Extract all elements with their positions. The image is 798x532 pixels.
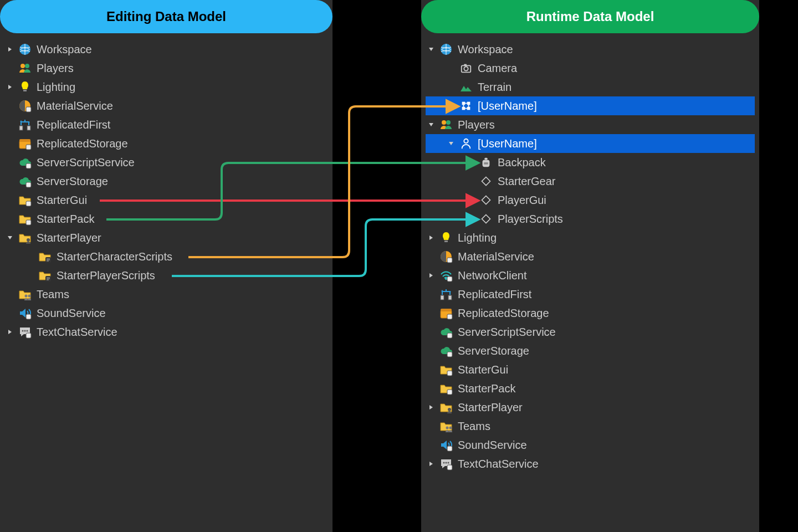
right-row-networkclient[interactable]: NetworkClient	[426, 266, 755, 285]
left-row-lighting[interactable]: Lighting	[4, 78, 328, 96]
svg-rect-38	[484, 162, 488, 165]
right-row-startergear[interactable]: StarterGear	[426, 172, 755, 191]
tree-item-label: SoundService	[458, 439, 527, 452]
tree-item-label: Teams	[37, 288, 69, 301]
folderscript-icon	[38, 268, 52, 283]
repfirst-icon	[439, 287, 453, 301]
tree-item-label: StarterGear	[498, 175, 555, 188]
left-row-serverscriptservice[interactable]: ServerScriptService	[4, 153, 328, 172]
folder-icon	[18, 212, 32, 226]
right-row-serverscriptservice[interactable]: ServerScriptService	[426, 323, 755, 341]
svg-rect-6	[19, 126, 23, 130]
expander-icon[interactable]	[426, 122, 437, 127]
tree-item-label: StarterPlayerScripts	[57, 269, 155, 282]
tree-item-label: StarterPlayer	[458, 401, 523, 414]
svg-rect-60	[447, 465, 452, 470]
folder-icon	[439, 362, 453, 377]
right-row-teams[interactable]: Teams	[426, 417, 755, 436]
right-row-replicatedstorage[interactable]: ReplicatedStorage	[426, 304, 755, 323]
svg-rect-5	[26, 107, 31, 112]
diamond-icon	[479, 174, 493, 188]
svg-rect-13	[26, 201, 31, 206]
left-row-textchatservice[interactable]: TextChatService	[4, 323, 328, 341]
right-row-playerscripts[interactable]: PlayerScripts	[426, 209, 755, 228]
diamond-icon	[479, 212, 493, 226]
expander-icon[interactable]	[426, 235, 437, 241]
tree-item-label: Lighting	[37, 81, 75, 94]
svg-rect-47	[441, 309, 452, 311]
lighting-icon	[18, 80, 32, 94]
terrain-icon	[459, 80, 473, 94]
right-row-startergui[interactable]: StarterGui	[426, 360, 755, 379]
teams-icon	[439, 419, 453, 433]
repfirst-icon	[18, 117, 32, 132]
expander-icon[interactable]	[4, 47, 16, 52]
sound-icon	[439, 438, 453, 452]
right-row-workspace[interactable]: Workspace	[426, 40, 755, 59]
tree-item-label: SoundService	[37, 307, 106, 320]
tree-item-label: ReplicatedStorage	[458, 307, 549, 320]
cloudgreen-icon	[18, 174, 32, 188]
svg-rect-28	[464, 64, 467, 66]
tree-item-label: Workspace	[458, 43, 513, 56]
right-row-textchatservice[interactable]: TextChatService	[426, 454, 755, 473]
tree-item-label: StarterPack	[458, 382, 515, 395]
svg-rect-51	[447, 371, 452, 376]
left-row-serverstorage[interactable]: ServerStorage	[4, 172, 328, 191]
svg-rect-49	[447, 333, 452, 338]
svg-point-54	[446, 427, 449, 429]
right-row-soundservice[interactable]: SoundService	[426, 436, 755, 454]
left-row-materialservice[interactable]: MaterialService	[4, 96, 328, 115]
left-row-replicatedstorage[interactable]: ReplicatedStorage	[4, 134, 328, 153]
left-row-starterplayerscripts[interactable]: StarterPlayerScripts	[4, 266, 328, 285]
left-row-startercharacterscripts[interactable]: StarterCharacterScripts	[4, 247, 328, 266]
expander-icon[interactable]	[4, 235, 16, 241]
runtime-tree: WorkspaceCameraTerrain[UserName]Players[…	[421, 38, 759, 484]
right-row--username-[interactable]: [UserName]	[426, 96, 755, 115]
chat-icon	[18, 325, 32, 339]
left-row-soundservice[interactable]: SoundService	[4, 304, 328, 323]
svg-rect-37	[484, 158, 488, 160]
right-row-terrain[interactable]: Terrain	[426, 78, 755, 96]
svg-rect-12	[26, 182, 31, 187]
svg-rect-31	[462, 107, 466, 110]
right-row-starterplayer[interactable]: StarterPlayer	[426, 398, 755, 417]
workspace-icon	[439, 42, 453, 57]
svg-point-59	[448, 462, 449, 464]
left-row-workspace[interactable]: Workspace	[4, 40, 328, 59]
left-row-starterpack[interactable]: StarterPack	[4, 209, 328, 228]
svg-point-1	[21, 64, 25, 68]
expander-icon[interactable]	[4, 329, 16, 335]
left-row-startergui[interactable]: StarterGui	[4, 191, 328, 209]
expander-icon[interactable]	[426, 405, 437, 410]
expander-icon[interactable]	[4, 84, 16, 90]
left-row-starterplayer[interactable]: StarterPlayer	[4, 228, 328, 247]
left-row-teams[interactable]: Teams	[4, 285, 328, 304]
lighting-icon	[439, 231, 453, 245]
players-icon	[18, 61, 32, 75]
right-row-serverstorage[interactable]: ServerStorage	[426, 341, 755, 360]
tree-item-label: [UserName]	[478, 137, 537, 150]
right-row-starterpack[interactable]: StarterPack	[426, 379, 755, 398]
expander-icon[interactable]	[426, 47, 437, 52]
right-row-lighting[interactable]: Lighting	[426, 228, 755, 247]
runtime-header-label: Runtime Data Model	[526, 9, 654, 24]
folder-icon	[439, 381, 453, 396]
left-row-players[interactable]: Players	[4, 59, 328, 78]
svg-rect-56	[447, 446, 452, 451]
expander-icon[interactable]	[426, 273, 437, 278]
svg-rect-48	[447, 314, 452, 319]
right-row-players[interactable]: Players	[426, 115, 755, 134]
cloudgreen-icon	[439, 325, 453, 339]
expander-icon[interactable]	[446, 141, 457, 146]
right-row-backpack[interactable]: Backpack	[426, 153, 755, 172]
svg-point-19	[28, 295, 31, 298]
right-row--username-[interactable]: [UserName]	[426, 134, 755, 153]
svg-point-2	[25, 64, 29, 68]
left-row-replicatedfirst[interactable]: ReplicatedFirst	[4, 115, 328, 134]
right-row-replicatedfirst[interactable]: ReplicatedFirst	[426, 285, 755, 304]
right-row-camera[interactable]: Camera	[426, 59, 755, 78]
right-row-playergui[interactable]: PlayerGui	[426, 191, 755, 209]
expander-icon[interactable]	[426, 461, 437, 467]
right-row-materialservice[interactable]: MaterialService	[426, 247, 755, 266]
